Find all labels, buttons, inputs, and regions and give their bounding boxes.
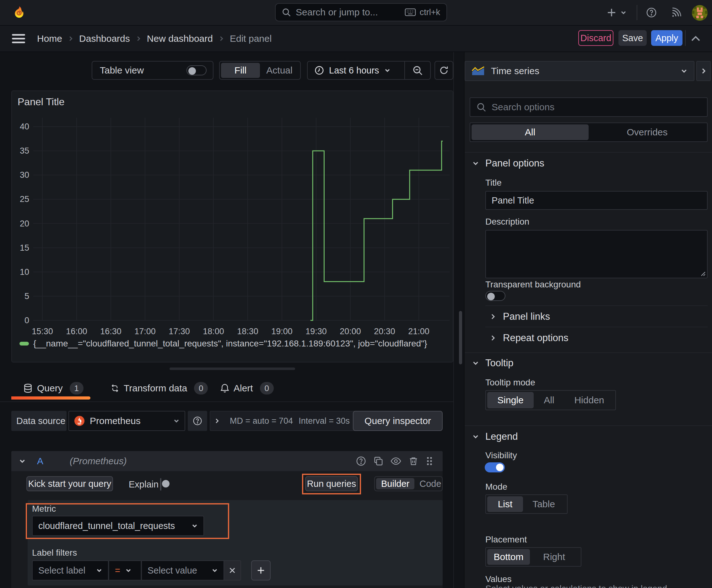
collapse-options-button[interactable] <box>691 26 701 51</box>
breadcrumb: Home Dashboards New dashboard Edit panel <box>37 26 272 51</box>
query-inspector-button[interactable]: Query inspector <box>353 411 443 431</box>
query-row-header[interactable]: A (Prometheus) <box>11 451 443 471</box>
drag-query-icon[interactable] <box>426 456 433 466</box>
zoom-out-button[interactable] <box>405 65 430 76</box>
tooltip-all-option[interactable]: All <box>534 392 564 408</box>
table-view-toggle[interactable] <box>187 65 207 76</box>
tab-transform-label: Transform data <box>124 383 187 394</box>
tooltip-header[interactable]: Tooltip <box>472 357 514 369</box>
tab-query[interactable]: Query 1 <box>23 379 84 397</box>
tooltip-hidden-option[interactable]: Hidden <box>564 392 614 408</box>
panel-resize-handle[interactable] <box>170 368 295 370</box>
datasource-help-button[interactable] <box>188 411 207 431</box>
svg-text:20: 20 <box>20 219 29 228</box>
builder-option[interactable]: Builder <box>376 478 414 489</box>
apply-button[interactable]: Apply <box>651 30 683 46</box>
visibility-label: Visibility <box>486 450 517 460</box>
refresh-button[interactable] <box>434 61 453 80</box>
repeat-options-header[interactable]: Repeat options <box>490 332 568 344</box>
series-legend-label: {__name__="cloudflared_tunnel_total_requ… <box>33 339 427 349</box>
rss-icon <box>671 7 681 18</box>
options-search-placeholder: Search options <box>492 102 555 112</box>
legend-mode-table[interactable]: Table <box>523 496 564 512</box>
legend-placement-group: Bottom Right <box>486 547 581 567</box>
svg-text:25: 25 <box>20 194 29 204</box>
svg-text:20:00: 20:00 <box>340 327 361 336</box>
save-button[interactable]: Save <box>619 30 647 46</box>
toggle-visibility-icon[interactable] <box>390 456 401 466</box>
panel-options-header[interactable]: Panel options <box>472 158 544 169</box>
add-menu[interactable] <box>606 0 627 25</box>
legend-visibility-toggle[interactable] <box>485 462 505 472</box>
legend-mode-list[interactable]: List <box>487 496 523 512</box>
panel-title-input[interactable]: Panel Title <box>486 191 708 210</box>
svg-text:16:30: 16:30 <box>100 327 122 336</box>
tooltip-single-option[interactable]: Single <box>487 392 534 408</box>
chevron-down-icon <box>472 433 479 440</box>
bell-icon <box>220 383 229 393</box>
discard-button[interactable]: Discard <box>578 30 613 46</box>
label-filter-operator-select[interactable]: = <box>109 560 141 581</box>
breadcrumb-new-dashboard[interactable]: New dashboard <box>147 33 213 44</box>
menu-toggle[interactable] <box>12 26 25 51</box>
svg-text:21:00: 21:00 <box>408 327 429 336</box>
label-filter-label-select[interactable]: Select label <box>32 560 109 581</box>
tab-alert[interactable]: Alert 0 <box>220 379 274 397</box>
breadcrumb-dashboards[interactable]: Dashboards <box>79 33 130 44</box>
description-textarea[interactable] <box>486 230 708 278</box>
options-divider <box>486 327 708 327</box>
tab-all-options[interactable]: All <box>472 124 589 140</box>
remove-filter-button[interactable] <box>224 560 241 581</box>
breadcrumb-separator <box>685 30 686 46</box>
breadcrumb-home[interactable]: Home <box>37 33 62 44</box>
sidebar-divider <box>465 352 712 353</box>
repeat-options-title: Repeat options <box>503 332 568 344</box>
series-color-marker <box>19 342 29 345</box>
explain-toggle[interactable] <box>160 478 161 491</box>
actual-option[interactable]: Actual <box>260 63 299 78</box>
placement-right[interactable]: Right <box>530 549 578 565</box>
legend-title: Legend <box>486 431 518 442</box>
code-option[interactable]: Code <box>414 478 446 489</box>
grafana-logo[interactable] <box>12 6 26 20</box>
legend-item[interactable]: {__name__="cloudflared_tunnel_total_requ… <box>19 339 427 349</box>
tab-transform-data[interactable]: Transform data 0 <box>110 379 208 397</box>
tab-overrides[interactable]: Overrides <box>589 124 706 140</box>
duplicate-query-icon[interactable] <box>373 456 383 466</box>
query-options-row[interactable]: MD = auto = 704 Interval = 30s <box>210 411 357 431</box>
news-button[interactable] <box>671 0 681 25</box>
metric-select[interactable]: cloudflared_tunnel_total_requests <box>32 516 204 536</box>
viz-suggestions-button[interactable] <box>696 61 711 81</box>
time-range-button[interactable]: Last 6 hours <box>308 62 404 79</box>
query-count-badge: 1 <box>70 382 84 395</box>
placement-bottom[interactable]: Bottom <box>487 549 530 565</box>
timeseries-chart: 051015202530354015:3016:0016:3017:0017:3… <box>12 91 456 362</box>
visualization-picker[interactable]: Time series <box>465 61 694 81</box>
delete-query-icon[interactable] <box>409 456 418 466</box>
query-help-icon[interactable] <box>356 456 366 466</box>
search-placeholder: Search or jump to... <box>296 7 405 18</box>
global-search-input[interactable]: Search or jump to... ctrl+k <box>275 3 447 21</box>
kick-start-query-button[interactable]: Kick start your query <box>26 476 113 491</box>
svg-text:17:30: 17:30 <box>169 327 190 336</box>
svg-text:19:00: 19:00 <box>271 327 293 336</box>
help-button[interactable] <box>646 0 657 25</box>
options-search-input[interactable]: Search options <box>470 97 708 117</box>
alert-count-badge: 0 <box>260 382 274 395</box>
datasource-picker[interactable]: Prometheus <box>68 411 185 431</box>
metric-label: Metric <box>32 504 56 514</box>
run-queries-button[interactable]: Run queries <box>305 476 358 491</box>
add-filter-button[interactable] <box>251 560 271 581</box>
user-avatar[interactable] <box>692 5 708 21</box>
database-icon <box>23 383 33 393</box>
tooltip-mode-label: Tooltip mode <box>486 378 535 387</box>
label-filter-value-select[interactable]: Select value <box>141 560 224 581</box>
legend-header[interactable]: Legend <box>472 431 518 442</box>
breadcrumb-chevron-icon <box>68 36 73 41</box>
svg-text:10: 10 <box>20 267 29 277</box>
content-scrollbar[interactable] <box>459 311 462 364</box>
transparent-background-toggle[interactable] <box>486 291 505 301</box>
chevron-down-icon <box>96 567 102 573</box>
panel-links-header[interactable]: Panel links <box>490 311 550 322</box>
fill-option[interactable]: Fill <box>221 63 260 78</box>
